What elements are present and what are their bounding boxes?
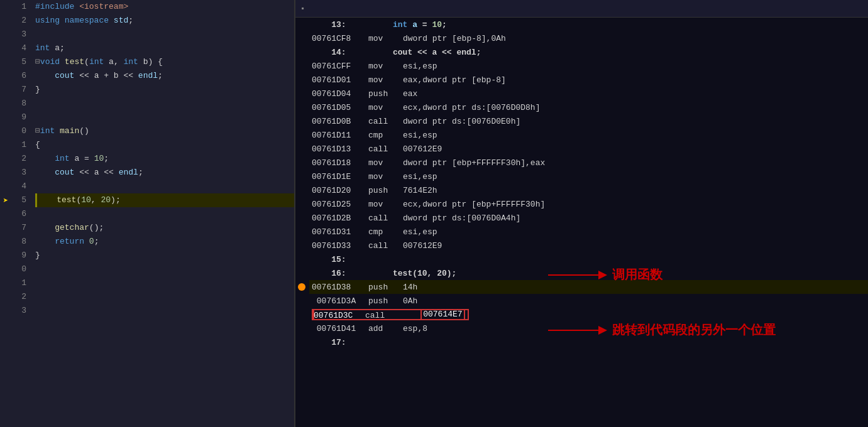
gutter-19 bbox=[0, 249, 11, 262]
ops-761D18: dword ptr [ebp+FFFFFF30h],eax bbox=[403, 158, 545, 168]
code-line-10: ⊟int main() bbox=[35, 124, 294, 138]
addr-761D33: 00761D33 bbox=[312, 241, 368, 251]
addr-761D25: 00761D25 bbox=[312, 200, 368, 209]
addr-761D41: 00761D41 bbox=[312, 324, 368, 333]
mnem-call4: call bbox=[368, 241, 403, 251]
line-num-18: 8 bbox=[11, 235, 26, 249]
src-cout: cout << a << endl; bbox=[368, 48, 481, 57]
disasm-body: 13: int a = 10; 00761CF8 mov dword ptr [… bbox=[295, 18, 868, 427]
disasm-asm-761D3C: 00761D3C call 007614E7 bbox=[309, 308, 868, 322]
mnem-call2: call bbox=[368, 144, 403, 154]
gutter-15: ➤ bbox=[0, 193, 11, 207]
gutter-22 bbox=[0, 290, 11, 304]
dg-15 bbox=[295, 211, 309, 225]
addr-761D18: 00761D18 bbox=[312, 158, 368, 168]
dg-9 bbox=[295, 128, 309, 142]
code-line-1: #include <iostream> bbox=[35, 0, 294, 14]
code-line-8 bbox=[35, 97, 294, 111]
mnem-add: add bbox=[368, 324, 403, 333]
line-num-17: 7 bbox=[11, 221, 26, 235]
src-linenum-15: 15: bbox=[312, 255, 368, 264]
mnem-mov1: mov bbox=[368, 34, 403, 43]
code-line-21 bbox=[35, 276, 294, 290]
code-line-20 bbox=[35, 262, 294, 276]
addr-761D05: 00761D05 bbox=[312, 103, 368, 112]
ops-761D04: eax bbox=[403, 89, 417, 99]
dg-12 bbox=[295, 170, 309, 183]
line-num-20: 0 bbox=[11, 262, 26, 276]
disasm-src-14: 14: cout << a << endl; bbox=[309, 45, 868, 59]
line-num-15: 5 bbox=[11, 193, 26, 207]
disasm-asm-761D01: 00761D01 mov eax,dword ptr [ebp-8] bbox=[309, 73, 868, 87]
disasm-asm-761D1E: 00761D1E mov esi,esp bbox=[309, 170, 868, 183]
mnem-push2: push bbox=[368, 186, 403, 195]
mnem-push4: push bbox=[368, 296, 403, 306]
addr-007614E7-boxed: 007614E7 bbox=[420, 309, 464, 320]
line-num-21: 1 bbox=[11, 276, 26, 290]
addr-761D13: 00761D13 bbox=[312, 144, 368, 154]
line-num-19: 9 bbox=[11, 249, 26, 262]
addr-761D1E: 00761D1E bbox=[312, 172, 368, 181]
mnem-push1: push bbox=[368, 89, 403, 99]
gutter-3 bbox=[0, 28, 11, 41]
line-num-12: 2 bbox=[11, 152, 26, 166]
current-line-arrow-icon: ➤ bbox=[3, 195, 8, 206]
line-num-7: 7 bbox=[11, 83, 26, 97]
dg-23 bbox=[295, 322, 309, 335]
gutter-18 bbox=[0, 235, 11, 249]
code-line-23 bbox=[35, 304, 294, 318]
gutter-11 bbox=[0, 138, 11, 152]
disasm-asm-761CF8: 00761CF8 mov dword ptr [ebp-8],0Ah bbox=[309, 31, 868, 45]
dg-21 bbox=[295, 294, 309, 308]
addr-761D04: 00761D04 bbox=[312, 89, 368, 99]
gutter-16 bbox=[0, 207, 11, 221]
int-keyword-a: int bbox=[35, 41, 55, 55]
dg-2 bbox=[295, 31, 309, 45]
dg-10 bbox=[295, 142, 309, 156]
code-line-16 bbox=[35, 207, 294, 221]
include-file: <iostream> bbox=[79, 0, 128, 14]
dg-6 bbox=[295, 87, 309, 100]
mnem-mov2: mov bbox=[368, 62, 403, 71]
line-num-22: 2 bbox=[11, 290, 26, 304]
disasm-src-13: 13: int a = 10; bbox=[309, 18, 868, 31]
addr-761D20: 00761D20 bbox=[312, 186, 368, 195]
gutter-7 bbox=[0, 83, 11, 97]
mnem-call5-boxed: call bbox=[365, 309, 400, 320]
gutter-2 bbox=[0, 14, 11, 28]
disasm-asm-761D13: 00761D13 call 007612E9 bbox=[309, 142, 868, 156]
left-gutter: ➤ bbox=[0, 0, 11, 427]
line-num-13: 3 bbox=[11, 166, 26, 180]
ops-761D11: esi,esp bbox=[403, 131, 437, 140]
dg-1 bbox=[295, 18, 309, 31]
ops-761D01: eax,dword ptr [ebp-8] bbox=[403, 75, 506, 85]
disasm-asm-761D33: 00761D33 call 007612E9 bbox=[309, 239, 868, 252]
code-line-11: { bbox=[35, 138, 294, 152]
src-eq: = bbox=[417, 20, 432, 30]
mnem-mov3: mov bbox=[368, 75, 403, 85]
disasm-asm-761D25: 00761D25 mov ecx,dword ptr [ebp+FFFFFF30… bbox=[309, 197, 868, 211]
line-num-6: 6 bbox=[11, 69, 26, 83]
disassembly-panel: ▪ bbox=[295, 0, 868, 427]
addr-761D01: 00761D01 bbox=[312, 75, 368, 85]
mnem-push3: push bbox=[368, 283, 403, 292]
disasm-content[interactable]: 13: int a = 10; 00761CF8 mov dword ptr [… bbox=[309, 18, 868, 427]
gutter-5 bbox=[0, 55, 11, 69]
line-num-1: 1 bbox=[11, 0, 26, 14]
code-line-15: test(10, 20); bbox=[35, 193, 294, 207]
addr-761D11: 00761D11 bbox=[312, 131, 368, 140]
gutter-6 bbox=[0, 69, 11, 83]
line-num-11: 1 bbox=[11, 138, 26, 152]
code-line-2: using namespace std; bbox=[35, 14, 294, 28]
code-line-22 bbox=[35, 290, 294, 304]
code-line-18: return 0; bbox=[35, 235, 294, 249]
code-line-13: cout << a << endl; bbox=[35, 166, 294, 180]
code-line-17: getchar(); bbox=[35, 221, 294, 235]
disasm-gutter bbox=[295, 18, 309, 427]
dg-16 bbox=[295, 225, 309, 239]
code-content[interactable]: #include <iostream> using namespace std;… bbox=[30, 0, 294, 427]
code-line-6: cout << a + b << endl; bbox=[35, 69, 294, 83]
dg-24 bbox=[295, 335, 309, 349]
current-asm-indicator bbox=[298, 283, 305, 291]
code-line-9 bbox=[35, 111, 294, 124]
